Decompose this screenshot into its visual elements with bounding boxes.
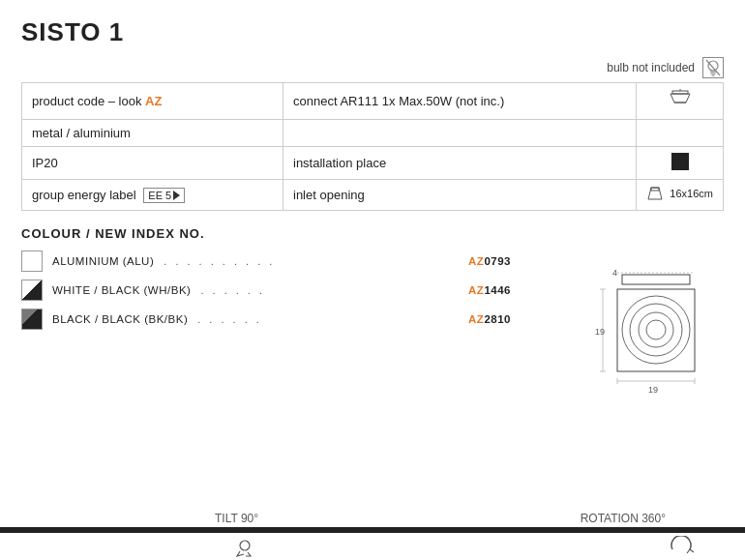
spec-icon-4: 16x16cm bbox=[637, 180, 724, 211]
svg-text:19: 19 bbox=[595, 327, 605, 337]
spec-label-4-prefix: group energy label bbox=[32, 188, 136, 202]
spec-row-1: product code – look AZ connect AR111 1x … bbox=[22, 83, 724, 120]
spec-label-4: group energy label EE 5 bbox=[22, 180, 283, 211]
colour-code-num: 2810 bbox=[484, 313, 511, 325]
colour-swatch bbox=[21, 251, 43, 272]
product-diagram: 4 19 bbox=[545, 255, 729, 400]
spec-value-4: inlet opening bbox=[283, 180, 637, 211]
colour-list: ALUMINIUM (ALU). . . . . . . . . .AZ0793… bbox=[21, 251, 511, 400]
svg-marker-8 bbox=[648, 188, 662, 199]
spec-label-1-prefix: product code – look bbox=[32, 94, 145, 108]
colour-name: WHITE / BLACK (WH/BK) bbox=[52, 284, 191, 296]
svg-text:4: 4 bbox=[612, 268, 617, 278]
energy-arrow-icon bbox=[173, 191, 180, 200]
spec-value-3: installation place bbox=[283, 147, 637, 180]
colour-name: BLACK / BLACK (BK/BK) bbox=[52, 313, 188, 325]
colour-name: ALUMINIUM (ALU) bbox=[52, 255, 154, 267]
spec-row-3: IP20 installation place bbox=[22, 147, 724, 180]
colour-dots: . . . . . . bbox=[200, 284, 459, 296]
spec-label-1: product code – look AZ bbox=[22, 83, 283, 120]
svg-rect-9 bbox=[651, 188, 659, 191]
spec-row-4: group energy label EE 5 inlet opening 16… bbox=[22, 180, 724, 211]
tilt-bar bbox=[0, 527, 745, 533]
product-title: SISTO 1 bbox=[21, 17, 724, 47]
bulb-notice-row: bulb not included bbox=[21, 57, 724, 78]
colour-code-az: AZ bbox=[468, 284, 484, 296]
colour-item: ALUMINIUM (ALU). . . . . . . . . .AZ0793 bbox=[21, 251, 511, 272]
svg-point-18 bbox=[622, 296, 690, 364]
spec-icon-1 bbox=[637, 83, 724, 120]
tilt-label: TILT 90° bbox=[215, 512, 258, 525]
energy-label-box: EE 5 bbox=[143, 188, 185, 203]
colour-item: WHITE / BLACK (WH/BK). . . . . .AZ1446 bbox=[21, 280, 511, 301]
colour-section: COLOUR / NEW INDEX NO. ALUMINIUM (ALU). … bbox=[21, 226, 724, 400]
svg-point-0 bbox=[708, 61, 718, 71]
spec-value-2 bbox=[283, 120, 637, 147]
page: SISTO 1 bulb not included product code –… bbox=[0, 0, 745, 560]
colour-code-num: 0793 bbox=[484, 255, 511, 267]
svg-point-19 bbox=[630, 304, 682, 356]
spec-value-1: connect AR111 1x Max.50W (not inc.) bbox=[283, 83, 637, 120]
svg-rect-17 bbox=[617, 289, 695, 371]
inlet-icon: 16x16cm bbox=[646, 186, 713, 201]
svg-point-26 bbox=[240, 541, 250, 550]
colour-dots: . . . . . . . . . . bbox=[164, 255, 459, 267]
svg-rect-12 bbox=[622, 275, 690, 284]
svg-point-21 bbox=[646, 320, 666, 339]
bulb-notice-text: bulb not included bbox=[607, 61, 695, 74]
colour-grid: ALUMINIUM (ALU). . . . . . . . . .AZ0793… bbox=[21, 251, 724, 400]
inlet-dimension: 16x16cm bbox=[670, 188, 713, 199]
colour-item: BLACK / BLACK (BK/BK). . . . . .AZ2810 bbox=[21, 309, 511, 330]
colour-code: AZ2810 bbox=[468, 313, 511, 325]
bulb-icon bbox=[702, 57, 724, 78]
rotation-arrow bbox=[668, 536, 695, 560]
spec-icon-3 bbox=[637, 147, 724, 180]
colour-swatch bbox=[21, 309, 43, 330]
colour-code-az: AZ bbox=[468, 313, 484, 325]
svg-text:19: 19 bbox=[648, 385, 658, 395]
install-place-icon bbox=[671, 153, 689, 170]
svg-point-20 bbox=[639, 312, 673, 347]
bottom-section: TILT 90° ROTATION 360° bbox=[0, 512, 745, 560]
colour-section-title: COLOUR / NEW INDEX NO. bbox=[21, 226, 724, 241]
colour-code-num: 1446 bbox=[484, 284, 511, 296]
rotation-label: ROTATION 360° bbox=[581, 512, 666, 525]
specs-table: product code – look AZ connect AR111 1x … bbox=[21, 82, 724, 211]
spec-label-2: metal / aluminium bbox=[22, 120, 283, 147]
tilt-arrows bbox=[234, 536, 255, 560]
tech-drawing: 4 19 bbox=[550, 251, 724, 400]
colour-code: AZ1446 bbox=[468, 284, 511, 296]
spec-label-1-highlight: AZ bbox=[145, 94, 162, 108]
spec-row-2: metal / aluminium bbox=[22, 120, 724, 147]
energy-code: EE 5 bbox=[148, 190, 171, 201]
spec-label-3: IP20 bbox=[22, 147, 283, 180]
colour-code: AZ0793 bbox=[468, 255, 511, 267]
spec-icon-2 bbox=[637, 120, 724, 147]
colour-dots: . . . . . . bbox=[197, 313, 459, 325]
colour-swatch bbox=[21, 280, 43, 301]
colour-code-az: AZ bbox=[468, 255, 484, 267]
